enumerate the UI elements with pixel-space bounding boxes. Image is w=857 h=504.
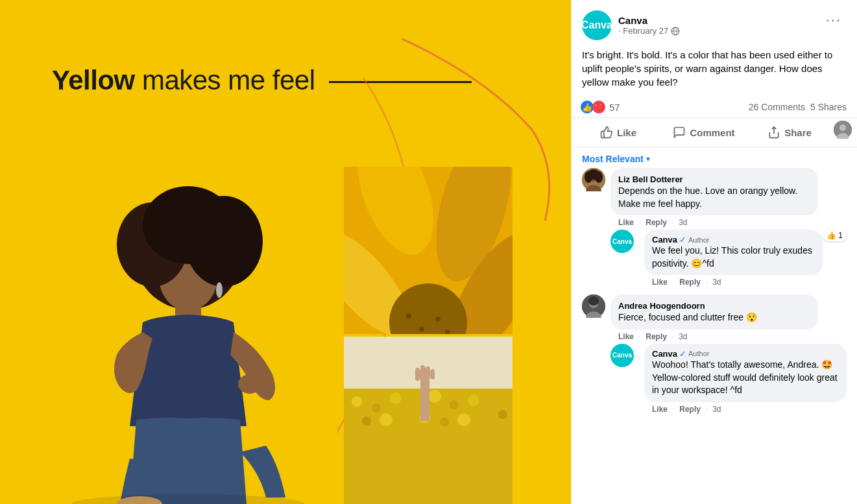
canva-reply-andrea: Canva Canva ✓ Author Woohoo! That's tota… — [610, 344, 847, 416]
verified-icon-andrea-reply: ✓ — [679, 349, 686, 359]
flower-photo — [344, 167, 513, 334]
field-photo — [344, 337, 513, 504]
like-count-liz: 1 — [838, 231, 843, 240]
canva-liz-reply-button[interactable]: Reply — [679, 278, 701, 287]
globe-icon — [671, 27, 680, 36]
share-icon — [767, 126, 780, 139]
right-photo-column — [344, 167, 513, 504]
post-author-info: Canva · February 27 — [618, 15, 680, 36]
liz-comment-bubble: Liz Bell Dotterer Depends on the hue. Lo… — [610, 168, 818, 215]
comment-icon — [673, 126, 686, 139]
photo-collage — [39, 167, 571, 504]
svg-point-34 — [362, 416, 371, 426]
user-avatar-share — [834, 121, 852, 139]
reaction-count[interactable]: 57 — [609, 102, 620, 113]
post-meta: · February 27 — [618, 26, 680, 36]
comments-count[interactable]: 26 Comments — [749, 102, 805, 112]
svg-point-17 — [406, 313, 411, 318]
reactions-left: 👍 ❤️ 57 — [582, 101, 620, 114]
svg-point-33 — [488, 403, 498, 413]
liz-comment-text: Depends on the hue. Love an orangy yello… — [618, 185, 810, 210]
canva-andrea-reply-time: 3d — [712, 405, 721, 414]
post-header-left: Canva Canva · February 27 — [582, 10, 680, 40]
svg-point-39 — [457, 413, 470, 426]
svg-point-31 — [450, 400, 459, 409]
andrea-comment-text: Fierce, focused and clutter free 😯 — [618, 311, 810, 324]
comments-filter[interactable]: Most Relevant ▾ — [572, 147, 857, 168]
svg-point-28 — [390, 392, 402, 404]
svg-point-63 — [588, 296, 599, 306]
more-options-button[interactable]: ··· — [821, 10, 847, 30]
canva-reply-liz: Canva Canva ✓ Author We feel you, Liz! T… — [610, 230, 847, 289]
canva-reply-andrea-avatar: Canva — [610, 344, 634, 367]
svg-point-32 — [468, 394, 479, 406]
post-date: · February 27 — [618, 26, 668, 36]
love-reaction-icon: ❤️ — [592, 101, 605, 114]
canva-reply-liz-actions: Like · Reply · 3d — [644, 275, 847, 289]
post-author-name[interactable]: Canva — [618, 15, 680, 26]
canva-andrea-reply-text: Woohoo! That's totally awesome, Andrea. … — [652, 359, 839, 397]
canva-liz-reply-like[interactable]: Like — [652, 278, 668, 287]
headline-underline — [329, 81, 472, 83]
reaction-icons: 👍 ❤️ — [582, 101, 605, 114]
headline-rest: makes me feel — [142, 65, 315, 95]
action-buttons: Like Comment Share — [572, 118, 857, 147]
filter-label[interactable]: Most Relevant — [582, 154, 644, 164]
verified-icon-liz-reply: ✓ — [679, 235, 686, 245]
andrea-reply-button[interactable]: Reply — [646, 332, 667, 341]
shares-count[interactable]: 5 Shares — [810, 102, 847, 112]
share-button-label: Share — [784, 127, 812, 138]
comments-section: Liz Bell Dotterer Depends on the hue. Lo… — [572, 168, 857, 416]
reactions-bar: 👍 ❤️ 57 26 Comments 5 Shares — [572, 97, 857, 118]
canva-reply-avatar: Canva — [610, 230, 634, 253]
canva-andrea-author: Canva — [652, 349, 677, 359]
liz-author-name: Liz Bell Dotterer — [618, 174, 683, 184]
svg-point-18 — [419, 326, 424, 331]
reactions-right: 26 Comments 5 Shares — [749, 102, 847, 112]
andrea-author-name: Andrea Hoogendoorn — [618, 301, 705, 311]
svg-point-41 — [498, 410, 507, 419]
comment-liz: Liz Bell Dotterer Depends on the hue. Lo… — [582, 168, 847, 289]
canva-andrea-reply-button[interactable]: Reply — [679, 405, 701, 414]
comment-button[interactable]: Comment — [662, 121, 745, 144]
canva-page-avatar[interactable]: Canva — [582, 10, 612, 40]
right-panel: Canva Canva · February 27 ··· It's brigh… — [571, 0, 857, 504]
svg-point-40 — [478, 419, 489, 429]
svg-point-59 — [595, 171, 603, 183]
canva-andrea-reply-actions: Like · Reply · 3d — [644, 402, 847, 416]
canva-reply-text: We feel you, Liz! This color truly exude… — [652, 245, 815, 270]
like-reaction-icon: 👍 — [581, 101, 594, 114]
like-button[interactable]: Like — [577, 121, 660, 144]
svg-rect-46 — [426, 366, 430, 379]
headline: Yellow makes me feel — [52, 65, 472, 96]
headline-bold: Yellow — [52, 65, 135, 95]
liz-reply-button[interactable]: Reply — [646, 218, 667, 227]
svg-rect-47 — [431, 369, 435, 379]
liz-comment-time: 3d — [679, 218, 687, 227]
canva-andrea-like[interactable]: Like — [652, 405, 668, 414]
canva-reply-author: Canva — [652, 235, 677, 245]
current-user-avatar-icon — [834, 121, 852, 139]
woman-photo — [39, 167, 337, 504]
svg-point-26 — [352, 396, 362, 407]
svg-point-52 — [839, 125, 846, 131]
svg-rect-44 — [415, 368, 420, 381]
svg-point-29 — [410, 402, 420, 412]
chevron-down-icon[interactable]: ▾ — [646, 154, 650, 163]
svg-point-19 — [435, 317, 441, 322]
author-label-andrea-reply: Author — [688, 350, 709, 357]
canva-reply-bubble: Canva ✓ Author We feel you, Liz! This co… — [644, 230, 823, 275]
author-label-liz-reply: Author — [688, 236, 709, 244]
andrea-comment-actions: Like · Reply · 3d — [610, 330, 847, 344]
svg-point-36 — [400, 419, 411, 429]
svg-point-5 — [143, 186, 234, 264]
liz-like-button[interactable]: Like — [618, 218, 634, 227]
andrea-like-button[interactable]: Like — [618, 332, 634, 341]
svg-point-38 — [440, 418, 449, 427]
canva-andrea-bubble: Canva ✓ Author Woohoo! That's totally aw… — [644, 344, 847, 402]
svg-point-35 — [380, 413, 392, 426]
like-count-badge-liz: 👍 1 — [823, 230, 847, 241]
comment-andrea: Andrea Hoogendoorn Fierce, focused and c… — [582, 294, 847, 416]
share-button[interactable]: Share — [748, 121, 831, 144]
svg-rect-42 — [420, 376, 429, 421]
